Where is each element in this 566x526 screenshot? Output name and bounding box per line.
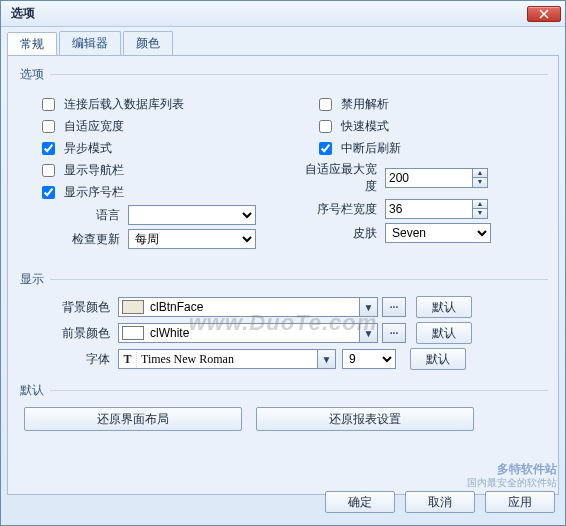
skin-select[interactable]: Seven: [385, 223, 491, 243]
group-default: 默认: [18, 382, 548, 399]
restore-report-button[interactable]: 还原报表设置: [256, 407, 474, 431]
ok-button[interactable]: 确定: [325, 491, 395, 513]
fgcolor-field[interactable]: clWhite: [118, 323, 360, 343]
spin-up-icon[interactable]: ▲: [473, 169, 487, 178]
font-size-select[interactable]: 9: [342, 349, 396, 369]
fgcolor-value: clWhite: [150, 326, 359, 340]
fgcolor-label: 前景颜色: [18, 325, 118, 342]
bgcolor-default-button[interactable]: 默认: [416, 296, 472, 318]
font-name-dropdown-icon[interactable]: ▼: [318, 349, 336, 369]
chk-auto-width-box[interactable]: [42, 120, 55, 133]
chk-load-db-list-box[interactable]: [42, 98, 55, 111]
chk-show-nav[interactable]: 显示导航栏: [38, 161, 271, 179]
group-options-label: 选项: [18, 66, 50, 83]
bgcolor-dropdown-icon[interactable]: ▼: [360, 297, 378, 317]
tab-general[interactable]: 常规: [7, 32, 57, 56]
rownum-width-label: 序号栏宽度: [295, 201, 385, 218]
chk-load-db-list[interactable]: 连接后载入数据库列表: [38, 95, 271, 113]
tab-strip: 常规 编辑器 颜色: [1, 27, 565, 55]
font-label: 字体: [18, 351, 118, 368]
restore-layout-button[interactable]: 还原界面布局: [24, 407, 242, 431]
chk-fast-mode-box[interactable]: [319, 120, 332, 133]
cancel-button[interactable]: 取消: [405, 491, 475, 513]
apply-button[interactable]: 应用: [485, 491, 555, 513]
chk-show-nav-box[interactable]: [42, 164, 55, 177]
chk-refresh-on-break-box[interactable]: [319, 142, 332, 155]
display-section: 背景颜色 clBtnFace ▼ ··· 默认 前景颜色 clWhite ▼ ·…: [18, 296, 548, 370]
max-auto-width-input[interactable]: [385, 168, 473, 188]
language-select[interactable]: [128, 205, 256, 225]
group-display-label: 显示: [18, 271, 50, 288]
chk-fast-mode[interactable]: 快速模式: [315, 117, 548, 135]
fgcolor-dropdown-icon[interactable]: ▼: [360, 323, 378, 343]
group-display: 显示: [18, 271, 548, 288]
fgcolor-default-button[interactable]: 默认: [416, 322, 472, 344]
spin-up-icon[interactable]: ▲: [473, 200, 487, 209]
font-default-button[interactable]: 默认: [410, 348, 466, 370]
spin-down-icon[interactable]: ▼: [473, 178, 487, 187]
tab-editor[interactable]: 编辑器: [59, 31, 121, 55]
chk-refresh-on-break[interactable]: 中断后刷新: [315, 139, 548, 157]
chk-auto-width[interactable]: 自适应宽度: [38, 117, 271, 135]
fgcolor-swatch: [122, 326, 144, 340]
chk-disable-parse-box[interactable]: [319, 98, 332, 111]
max-auto-width-label: 自适应最大宽度: [295, 161, 385, 195]
group-options: 选项: [18, 66, 548, 83]
spin-down-icon[interactable]: ▼: [473, 209, 487, 218]
check-update-label: 检查更新: [18, 231, 128, 248]
title-bar: 选项: [1, 1, 565, 27]
bgcolor-label: 背景颜色: [18, 299, 118, 316]
max-auto-width-spinner[interactable]: ▲▼: [385, 168, 488, 188]
bgcolor-field[interactable]: clBtnFace: [118, 297, 360, 317]
chk-async-mode[interactable]: 异步模式: [38, 139, 271, 157]
rownum-width-input[interactable]: [385, 199, 473, 219]
bgcolor-value: clBtnFace: [150, 300, 359, 314]
font-name-value: Times New Roman: [141, 352, 317, 367]
chk-async-mode-box[interactable]: [42, 142, 55, 155]
options-right-col: 禁用解析 快速模式 中断后刷新 自适应最大宽度 ▲▼ 序号栏宽度 ▲▼ 皮肤 S…: [295, 91, 548, 253]
chk-disable-parse[interactable]: 禁用解析: [315, 95, 548, 113]
font-name-field[interactable]: T Times New Roman: [118, 349, 318, 369]
bgcolor-more-button[interactable]: ···: [382, 297, 406, 317]
group-default-label: 默认: [18, 382, 50, 399]
options-left-col: 连接后载入数据库列表 自适应宽度 异步模式 显示导航栏 显示序号栏 语言 检查更…: [18, 91, 271, 253]
dialog-footer: 确定 取消 应用: [325, 491, 555, 513]
check-update-select[interactable]: 每周: [128, 229, 256, 249]
close-button[interactable]: [527, 6, 561, 22]
rownum-width-spinner[interactable]: ▲▼: [385, 199, 488, 219]
tab-color[interactable]: 颜色: [123, 31, 173, 55]
chk-show-rownum-box[interactable]: [42, 186, 55, 199]
options-dialog: 选项 常规 编辑器 颜色 选项 连接后载入数据库列表 自适应宽度 异步模式 显示…: [0, 0, 566, 526]
chk-show-rownum[interactable]: 显示序号栏: [38, 183, 271, 201]
font-glyph-icon: T: [119, 352, 137, 367]
window-title: 选项: [5, 5, 35, 22]
skin-label: 皮肤: [295, 225, 385, 242]
language-label: 语言: [18, 207, 128, 224]
close-icon: [539, 9, 549, 19]
bgcolor-swatch: [122, 300, 144, 314]
tab-page-general: 选项 连接后载入数据库列表 自适应宽度 异步模式 显示导航栏 显示序号栏 语言 …: [7, 55, 559, 495]
fgcolor-more-button[interactable]: ···: [382, 323, 406, 343]
